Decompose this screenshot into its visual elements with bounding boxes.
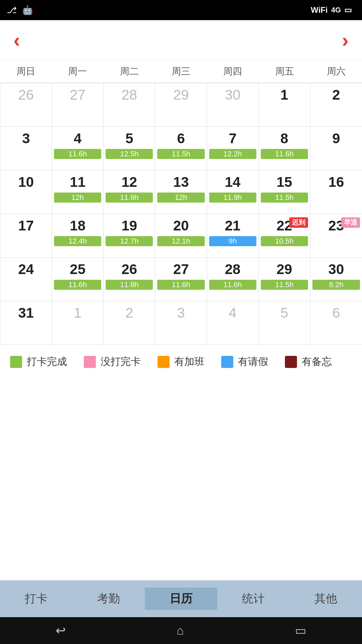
day-number: 17: [2, 217, 50, 234]
day-cell[interactable]: 2611.8h: [104, 258, 155, 301]
prev-month-button[interactable]: ‹: [13, 29, 20, 52]
day-cell[interactable]: 24: [0, 258, 52, 301]
day-number: 6: [312, 305, 360, 321]
work-hours-badge: 9h: [209, 236, 256, 246]
legend-color: [221, 356, 233, 368]
work-hours-badge: 12h: [54, 193, 101, 203]
day-cell[interactable]: 308.2h: [310, 258, 362, 301]
home-icon[interactable]: ⌂: [177, 624, 184, 638]
day-cell[interactable]: 1812.4h: [52, 214, 104, 258]
day-cell[interactable]: 2711.6h: [155, 258, 207, 301]
day-cell[interactable]: 2811.6h: [207, 258, 259, 301]
android-icon: 🤖: [22, 5, 33, 15]
wifi-icon: WiFi: [311, 5, 327, 15]
day-cell[interactable]: 219h: [207, 214, 259, 258]
day-cell[interactable]: 5: [259, 301, 310, 345]
day-cell[interactable]: 2: [104, 301, 155, 345]
day-cell[interactable]: 1411.9h: [207, 170, 259, 214]
legend-item: 打卡完成: [10, 355, 67, 369]
day-cell[interactable]: 1211.9h: [104, 170, 155, 214]
day-number: 26: [2, 87, 50, 103]
day-number: 19: [106, 217, 153, 234]
day-cell[interactable]: 23早退: [310, 214, 362, 258]
day-cell[interactable]: 16: [310, 170, 362, 214]
signal-icon: 4G: [331, 6, 341, 14]
day-cell[interactable]: 811.6h: [259, 127, 310, 170]
day-number: 30: [209, 87, 256, 103]
tab-item-其他[interactable]: 其他: [290, 588, 362, 610]
day-cell[interactable]: 2210.5h迟到: [259, 214, 310, 258]
day-number: 9: [312, 130, 360, 147]
day-cell[interactable]: 10: [0, 170, 52, 214]
legend-label: 有备忘: [302, 355, 332, 369]
day-cell[interactable]: 1: [52, 301, 104, 345]
day-number: 27: [54, 87, 101, 103]
legend-label: 没打完卡: [101, 355, 141, 369]
day-number: 3: [2, 130, 50, 147]
day-cell[interactable]: 6: [310, 301, 362, 345]
recent-icon[interactable]: ▭: [295, 624, 306, 638]
day-number: 31: [2, 305, 50, 321]
day-cell[interactable]: 2012.1h: [155, 214, 207, 258]
back-icon[interactable]: ↩: [56, 624, 66, 638]
day-number: 20: [157, 217, 204, 234]
work-hours-badge: 11.6h: [54, 149, 101, 159]
day-cell[interactable]: 28: [104, 83, 155, 127]
legend: 打卡完成没打完卡有加班有请假有备忘: [0, 345, 362, 375]
legend-label: 有加班: [174, 355, 204, 369]
day-cell[interactable]: 712.2h: [207, 127, 259, 170]
day-cell[interactable]: 3: [155, 301, 207, 345]
legend-color: [285, 356, 297, 368]
day-cell[interactable]: 1511.5h: [259, 170, 310, 214]
tab-item-日历[interactable]: 日历: [145, 588, 217, 610]
day-cell[interactable]: 2511.6h: [52, 258, 104, 301]
day-number: 12: [106, 174, 153, 191]
tab-bar: 打卡考勤日历统计其他: [0, 580, 362, 617]
day-number: 13: [157, 174, 204, 191]
bottom-nav: ↩ ⌂ ▭: [0, 617, 362, 644]
day-cell[interactable]: 27: [52, 83, 104, 127]
day-cell[interactable]: 30: [207, 83, 259, 127]
tab-item-考勤[interactable]: 考勤: [72, 588, 145, 610]
legend-item: 没打完卡: [84, 355, 141, 369]
day-cell[interactable]: 9: [310, 127, 362, 170]
day-cell[interactable]: 1912.7h: [104, 214, 155, 258]
work-hours-badge: 8.2h: [312, 280, 360, 290]
day-cell[interactable]: 1312h: [155, 170, 207, 214]
day-cell[interactable]: 512.5h: [104, 127, 155, 170]
day-cell[interactable]: 29: [155, 83, 207, 127]
status-bar: ⎇ 🤖 WiFi 4G ▭: [0, 0, 362, 20]
day-number: 25: [54, 261, 101, 278]
work-hours-badge: 10.5h: [261, 236, 308, 246]
day-cell[interactable]: 611.5h: [155, 127, 207, 170]
legend-item: 有加班: [158, 355, 204, 369]
day-number: 8: [261, 130, 308, 147]
day-cell[interactable]: 411.6h: [52, 127, 104, 170]
tab-item-打卡[interactable]: 打卡: [0, 588, 72, 610]
weekday-headers: 周日周一周二周三周四周五周六: [0, 60, 362, 83]
day-cell[interactable]: 3: [0, 127, 52, 170]
work-hours-badge: 12.7h: [106, 236, 153, 246]
day-cell[interactable]: 1112h: [52, 170, 104, 214]
day-cell[interactable]: 17: [0, 214, 52, 258]
day-cell[interactable]: 1: [259, 83, 310, 127]
day-cell[interactable]: 31: [0, 301, 52, 345]
legend-item: 有请假: [221, 355, 268, 369]
legend-color: [10, 356, 22, 368]
work-hours-badge: 11.8h: [106, 280, 153, 290]
weekday-label: 周五: [258, 60, 310, 83]
day-cell[interactable]: 2: [310, 83, 362, 127]
tab-item-统计[interactable]: 统计: [217, 588, 290, 610]
day-number: 14: [209, 174, 256, 191]
day-cell[interactable]: 2911.5h: [259, 258, 310, 301]
day-cell[interactable]: 4: [207, 301, 259, 345]
day-number: 15: [261, 174, 308, 191]
next-month-button[interactable]: ›: [342, 29, 349, 52]
work-hours-badge: 11.9h: [209, 193, 256, 203]
work-hours-badge: 12.2h: [209, 149, 256, 159]
day-number: 1: [261, 87, 308, 103]
work-hours-badge: 11.6h: [54, 280, 101, 290]
day-cell[interactable]: 26: [0, 83, 52, 127]
day-number: 6: [157, 130, 204, 147]
weekday-label: 周三: [155, 60, 207, 83]
